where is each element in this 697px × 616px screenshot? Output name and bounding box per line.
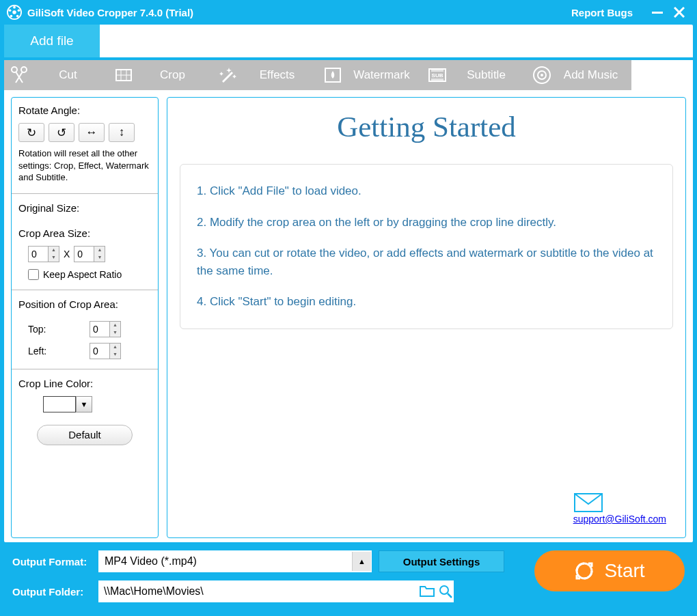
tab-subtitle[interactable]: SUB Subtitle: [422, 60, 527, 90]
open-folder-icon[interactable]: [439, 585, 452, 598]
output-format-label: Output Format:: [12, 556, 92, 568]
tab-label: Cut: [34, 68, 109, 82]
music-icon: [527, 60, 557, 90]
svg-point-5: [10, 15, 13, 18]
top-input[interactable]: [90, 322, 109, 337]
report-bugs-link[interactable]: Report Bugs: [571, 7, 633, 18]
svg-rect-18: [431, 69, 443, 72]
svg-point-23: [541, 74, 543, 76]
default-button[interactable]: Default: [37, 425, 133, 445]
tabs-row: Cut Crop Effects Watermark SUB Subtitle …: [4, 60, 693, 90]
keep-aspect-row[interactable]: Keep Aspect Ratio: [28, 269, 151, 280]
color-swatch[interactable]: [43, 396, 76, 412]
cut-icon: [4, 60, 34, 90]
getting-started-box: 1. Click "Add File" to load video. 2. Mo…: [180, 164, 673, 329]
tab-label: Watermark: [348, 68, 422, 82]
tab-effects[interactable]: Effects: [213, 60, 318, 90]
tab-label: Add Music: [557, 68, 631, 82]
window-title: GiliSoft Video Cropper 7.4.0 (Trial): [27, 7, 193, 18]
output-folder-label: Output Folder:: [12, 586, 92, 598]
left-input[interactable]: [90, 344, 109, 359]
top-stepper[interactable]: ▲▼: [90, 321, 121, 337]
minimize-button[interactable]: [646, 1, 668, 23]
subtitle-icon: SUB: [422, 60, 452, 90]
flip-horizontal-button[interactable]: ↔: [79, 123, 105, 142]
tab-watermark[interactable]: Watermark: [318, 60, 422, 90]
svg-line-26: [448, 593, 452, 598]
top-label: Top:: [28, 324, 90, 335]
keep-aspect-checkbox[interactable]: [28, 269, 39, 280]
tab-crop[interactable]: Crop: [109, 60, 213, 90]
support-area: support@GiliSoft.com: [573, 492, 666, 525]
svg-rect-19: [431, 79, 443, 81]
svg-rect-7: [652, 12, 663, 14]
tab-label: Effects: [243, 68, 318, 82]
bottom-bar: Output Format: MP4 Video (*.mp4) ▲ Outpu…: [0, 542, 697, 602]
output-settings-button[interactable]: Output Settings: [379, 550, 504, 572]
flip-vertical-button[interactable]: ↕: [109, 123, 135, 142]
color-dropdown-button[interactable]: ▼: [76, 396, 92, 412]
output-format-dropdown[interactable]: MP4 Video (*.mp4) ▲: [98, 550, 372, 572]
svg-point-1: [12, 10, 16, 14]
crop-width-input[interactable]: [29, 247, 48, 262]
gs-step-3: 3. You can cut or rotate the video, or a…: [197, 244, 656, 279]
rotate-note: Rotation will reset all the other settin…: [18, 148, 151, 184]
content-area: Add file Cut Crop Effects Watermark SUB …: [4, 25, 693, 542]
start-button-label: Start: [604, 560, 644, 582]
svg-point-6: [9, 9, 12, 12]
refresh-icon: [574, 561, 594, 581]
getting-started-title: Getting Started: [180, 110, 673, 143]
rotate-angle-label: Rotate Angle:: [18, 104, 151, 116]
watermark-icon: [318, 60, 348, 90]
tab-cut[interactable]: Cut: [4, 60, 109, 90]
rotate-ccw-button[interactable]: ↺: [49, 123, 74, 142]
mail-icon: [573, 492, 666, 513]
keep-aspect-label: Keep Aspect Ratio: [43, 269, 122, 280]
crop-height-input[interactable]: [74, 247, 94, 262]
svg-point-3: [18, 9, 20, 12]
rotate-cw-button[interactable]: ↻: [18, 123, 44, 142]
close-button[interactable]: [668, 1, 690, 23]
side-panel: Rotate Angle: ↻ ↺ ↔ ↕ Rotation will rese…: [11, 97, 159, 538]
position-label: Position of Crop Area:: [18, 298, 151, 310]
svg-point-4: [16, 15, 19, 18]
svg-text:SUB: SUB: [432, 72, 443, 79]
tab-label: Subtitle: [452, 68, 527, 82]
gs-step-4: 4. Click "Start" to begin editing.: [197, 293, 656, 311]
x-separator: X: [64, 249, 70, 260]
crop-width-stepper[interactable]: ▲▼: [28, 246, 59, 262]
preview-panel: Getting Started 1. Click "Add File" to l…: [167, 97, 686, 538]
tab-label: Crop: [139, 68, 213, 82]
original-size-label: Original Size:: [18, 202, 151, 214]
tab-add-music[interactable]: Add Music: [527, 60, 631, 90]
left-stepper[interactable]: ▲▼: [90, 343, 121, 359]
support-email-link[interactable]: support@GiliSoft.com: [573, 514, 666, 524]
gs-step-1: 1. Click "Add File" to load video.: [197, 182, 656, 200]
topbar: Add file: [4, 25, 693, 60]
crop-line-color-label: Crop Line Color:: [18, 378, 151, 389]
left-label: Left:: [28, 346, 90, 356]
svg-point-25: [440, 586, 448, 594]
chevron-up-icon[interactable]: ▲: [352, 552, 371, 571]
svg-point-2: [13, 6, 16, 9]
start-button[interactable]: Start: [534, 550, 685, 591]
crop-icon: [109, 60, 139, 90]
crop-height-stepper[interactable]: ▲▼: [74, 246, 105, 262]
app-logo-icon: [7, 5, 22, 20]
output-format-value: MP4 Video (*.mp4): [105, 555, 352, 568]
crop-area-size-label: Crop Area Size:: [18, 227, 151, 239]
add-file-button[interactable]: Add file: [4, 25, 100, 57]
output-folder-input[interactable]: [98, 580, 454, 602]
titlebar: GiliSoft Video Cropper 7.4.0 (Trial) Rep…: [0, 0, 697, 25]
browse-folder-icon[interactable]: [420, 585, 435, 598]
effects-icon: [213, 60, 243, 90]
gs-step-2: 2. Modify the crop area on the left or b…: [197, 214, 656, 232]
